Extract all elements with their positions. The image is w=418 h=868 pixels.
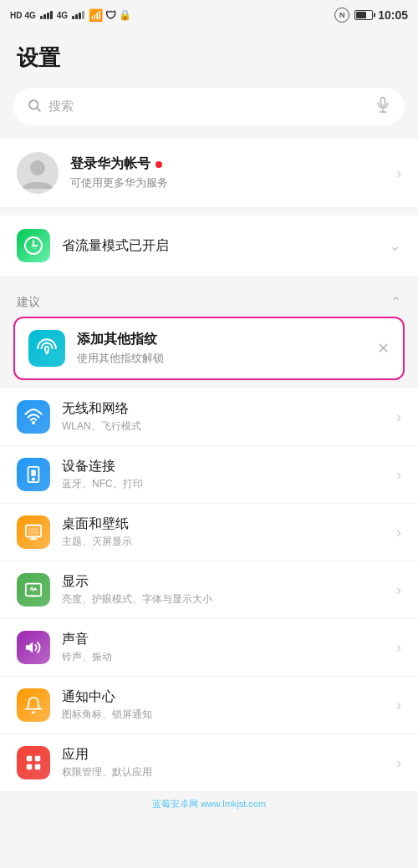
device-title: 设备连接 xyxy=(62,458,385,475)
desktop-chevron-icon: › xyxy=(396,524,401,541)
data-saver-icon: ↑↓ xyxy=(17,229,50,262)
time-display: 10:05 xyxy=(378,8,408,22)
suggestion-title: 添加其他指纹 xyxy=(77,331,365,348)
svg-text:↑↓: ↑↓ xyxy=(30,243,37,251)
svg-rect-22 xyxy=(27,764,32,769)
suggestions-header-label: 建议 xyxy=(17,295,40,310)
sound-chevron-icon: › xyxy=(396,639,401,657)
signal-bars-1 xyxy=(40,11,53,19)
svg-point-12 xyxy=(33,478,34,480)
nfc-icon: N xyxy=(334,8,349,23)
svg-rect-16 xyxy=(28,528,39,535)
display-info: 显示 亮度、护眼模式、字体与显示大小 xyxy=(62,573,385,607)
apps-subtitle: 权限管理、默认应用 xyxy=(62,765,385,779)
notification-subtitle: 图标角标、锁屏通知 xyxy=(62,708,385,722)
signal-bars-2 xyxy=(72,11,84,19)
data-saver-chevron-icon: ⌄ xyxy=(389,236,401,255)
settings-list: 无线和网络 WLAN、飞行模式 › 设备连接 蓝牙、NFC、打印 › xyxy=(0,388,418,791)
suggestions-section-header: 建议 ⌃ xyxy=(0,284,418,317)
suggestion-close-icon[interactable]: ✕ xyxy=(377,339,390,358)
watermark: 蓝莓安卓网 www.lmkjst.com xyxy=(0,791,418,817)
status-bar-left: HD 4G 4G 📶 🛡 🔒 xyxy=(10,8,131,22)
desktop-subtitle: 主题、灭屏显示 xyxy=(62,535,385,549)
page-title: 设置 xyxy=(0,30,418,81)
settings-item-wireless[interactable]: 无线和网络 WLAN、飞行模式 › xyxy=(0,388,418,446)
vpn-icon: 🛡 xyxy=(105,9,116,22)
svg-rect-23 xyxy=(35,764,40,769)
sound-subtitle: 铃声、振动 xyxy=(62,650,385,664)
svg-line-1 xyxy=(37,108,39,110)
account-section[interactable]: 登录华为帐号 可使用更多华为服务 › xyxy=(0,139,418,207)
svg-rect-2 xyxy=(381,98,385,106)
status-bar: HD 4G 4G 📶 🛡 🔒 N 10:05 xyxy=(0,0,418,30)
voice-search-icon[interactable] xyxy=(375,96,391,117)
svg-point-9 xyxy=(33,422,34,424)
settings-item-apps[interactable]: 应用 权限管理、默认应用 › xyxy=(0,734,418,791)
svg-rect-11 xyxy=(31,470,36,476)
settings-item-desktop[interactable]: 桌面和壁纸 主题、灭屏显示 › xyxy=(0,504,418,561)
settings-item-display[interactable]: 显示 亮度、护眼模式、字体与显示大小 › xyxy=(0,561,418,619)
apps-info: 应用 权限管理、默认应用 xyxy=(62,746,385,779)
display-title: 显示 xyxy=(62,573,385,591)
notification-icon xyxy=(17,688,50,722)
svg-point-6 xyxy=(30,160,45,175)
apps-icon xyxy=(17,746,50,779)
wireless-title: 无线和网络 xyxy=(62,400,385,418)
display-subtitle: 亮度、护眼模式、字体与显示大小 xyxy=(62,592,385,607)
wireless-chevron-icon: › xyxy=(396,409,401,426)
display-chevron-icon: › xyxy=(396,581,401,599)
apps-title: 应用 xyxy=(62,746,385,764)
suggestion-info: 添加其他指纹 使用其他指纹解锁 xyxy=(77,331,365,366)
suggestions-collapse-icon[interactable]: ⌃ xyxy=(390,294,401,310)
signal-4g-1: 4G xyxy=(24,11,35,20)
battery-fill xyxy=(356,12,366,18)
battery-icon xyxy=(354,10,373,20)
sound-title: 声音 xyxy=(62,631,385,648)
desktop-icon xyxy=(17,515,50,549)
desktop-title: 桌面和壁纸 xyxy=(62,515,385,533)
sound-info: 声音 铃声、振动 xyxy=(62,631,385,664)
svg-rect-21 xyxy=(35,756,40,761)
search-icon xyxy=(27,98,42,116)
search-placeholder: 搜索 xyxy=(48,99,74,114)
wireless-info: 无线和网络 WLAN、飞行模式 xyxy=(62,400,385,434)
data-saver-label: 省流量模式已开启 xyxy=(62,237,377,255)
notification-chevron-icon: › xyxy=(396,697,401,714)
wireless-subtitle: WLAN、飞行模式 xyxy=(62,419,385,434)
status-bar-right: N 10:05 xyxy=(334,8,408,23)
wifi-icon: 📶 xyxy=(89,8,103,22)
fingerprint-icon-bg xyxy=(28,330,65,367)
data-saver-section[interactable]: ↑↓ 省流量模式已开启 ⌄ xyxy=(0,216,418,276)
settings-item-device[interactable]: 设备连接 蓝牙、NFC、打印 › xyxy=(0,446,418,504)
search-bar[interactable]: 搜索 xyxy=(13,88,405,125)
signal-4g-2: 4G xyxy=(57,11,68,20)
account-name: 登录华为帐号 xyxy=(70,155,150,173)
apps-chevron-icon: › xyxy=(396,754,401,772)
display-icon xyxy=(17,573,50,607)
suggestion-subtitle: 使用其他指纹解锁 xyxy=(77,351,365,366)
lock-icon: 🔒 xyxy=(119,9,131,21)
hd-indicator: HD xyxy=(10,11,22,20)
account-notification-dot xyxy=(155,161,162,168)
device-icon xyxy=(17,458,50,491)
notification-title: 通知中心 xyxy=(62,688,385,706)
settings-item-notification[interactable]: 通知中心 图标角标、锁屏通知 › xyxy=(0,677,418,734)
svg-marker-19 xyxy=(26,642,33,653)
svg-rect-20 xyxy=(27,756,32,761)
account-chevron-icon: › xyxy=(396,165,401,182)
account-info: 登录华为帐号 可使用更多华为服务 xyxy=(70,155,385,190)
sound-icon xyxy=(17,631,50,664)
device-chevron-icon: › xyxy=(396,466,401,484)
account-subtitle: 可使用更多华为服务 xyxy=(70,175,385,190)
device-subtitle: 蓝牙、NFC、打印 xyxy=(62,477,385,491)
notification-info: 通知中心 图标角标、锁屏通知 xyxy=(62,688,385,722)
suggestion-card[interactable]: 添加其他指纹 使用其他指纹解锁 ✕ xyxy=(13,317,405,380)
wireless-icon xyxy=(17,400,50,434)
desktop-info: 桌面和壁纸 主题、灭屏显示 xyxy=(62,515,385,549)
account-title-row: 登录华为帐号 xyxy=(70,155,385,173)
device-info: 设备连接 蓝牙、NFC、打印 xyxy=(62,458,385,491)
settings-item-sound[interactable]: 声音 铃声、振动 › xyxy=(0,619,418,677)
avatar xyxy=(17,152,59,194)
